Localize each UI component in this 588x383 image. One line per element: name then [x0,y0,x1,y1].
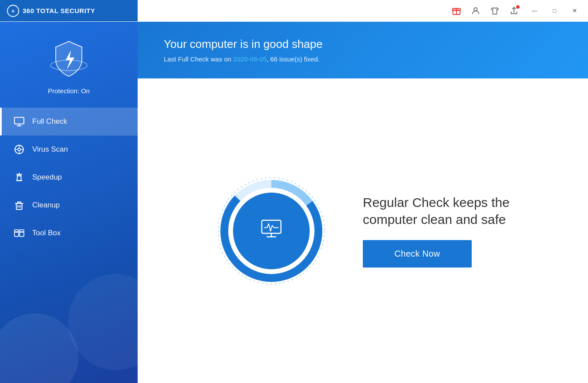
check-panel: Regular Check keeps the computer clean a… [363,194,511,268]
nav-list: Full Check Virus Scan [0,108,138,383]
shield-icon [45,35,93,83]
main-container: Protection: On Full Check [0,22,588,383]
maximize-button[interactable]: □ [544,2,564,20]
window-controls: — □ ✕ [524,2,585,20]
status-subtitle: Last Full Check was on 2020-08-05, 66 is… [164,55,566,63]
svg-rect-7 [14,117,24,124]
virus-scan-icon [13,143,25,156]
center-monitor-icon [259,217,284,245]
svg-rect-21 [20,232,24,237]
titlebar-actions: — □ ✕ [448,2,588,20]
check-now-button[interactable]: Check Now [363,240,472,268]
svg-point-5 [474,7,477,10]
titlebar-brand: + 360 TOTAL SECURITY [0,0,138,21]
upload-icon [509,6,519,16]
svg-point-9 [18,148,21,151]
subtitle-prefix: Last Full Check was on [164,55,233,63]
shirt-icon [490,6,500,16]
minimize-button[interactable]: — [524,2,544,20]
nav-label-cleanup: Cleanup [32,201,60,210]
svg-rect-23 [20,230,24,231]
donut-chart [215,174,328,288]
status-title: Your computer is in good shape [164,37,566,51]
svg-text:+: + [11,8,15,14]
gift-button[interactable] [448,2,465,20]
nav-label-full-check: Full Check [32,117,67,126]
speedup-icon [13,171,25,183]
nav-label-virus-scan: Virus Scan [32,145,68,154]
subtitle-suffix: , 66 issue(s) fixed. [267,55,320,63]
svg-rect-20 [14,232,19,237]
svg-rect-22 [14,230,19,231]
content-area: Your computer is in good shape Last Full… [138,22,588,383]
gift-icon [452,6,461,16]
skin-button[interactable] [486,2,504,20]
svg-rect-29 [262,220,281,233]
titlebar: + 360 TOTAL SECURITY [0,0,588,22]
last-check-date: 2020-08-05 [233,55,267,63]
nav-label-toolbox: Tool Box [32,229,61,237]
check-title: Regular Check keeps the computer clean a… [363,194,511,228]
status-banner: Your computer is in good shape Last Full… [138,22,588,78]
protection-status: Protection: On [48,87,90,95]
app-title: 360 TOTAL SECURITY [23,7,95,14]
sidebar-item-toolbox[interactable]: Tool Box [0,219,138,247]
user-icon [471,6,480,16]
cleanup-icon [13,199,25,211]
logo-icon: + [7,5,19,17]
close-button[interactable]: ✕ [564,2,585,20]
nav-label-speedup: Speedup [32,173,62,182]
sidebar-item-full-check[interactable]: Full Check [0,108,138,136]
content-body: Regular Check keeps the computer clean a… [138,78,588,383]
sidebar-item-speedup[interactable]: Speedup [0,163,138,191]
account-button[interactable] [467,2,484,20]
app-logo: + 360 TOTAL SECURITY [7,5,95,17]
shield-area: Protection: On [45,22,93,103]
upload-button[interactable] [505,2,523,20]
svg-rect-14 [17,176,21,181]
sidebar-item-virus-scan[interactable]: Virus Scan [0,136,138,163]
toolbox-icon [13,227,25,239]
sidebar: Protection: On Full Check [0,22,138,383]
sidebar-item-cleanup[interactable]: Cleanup [0,191,138,219]
monitor-icon [13,115,25,128]
